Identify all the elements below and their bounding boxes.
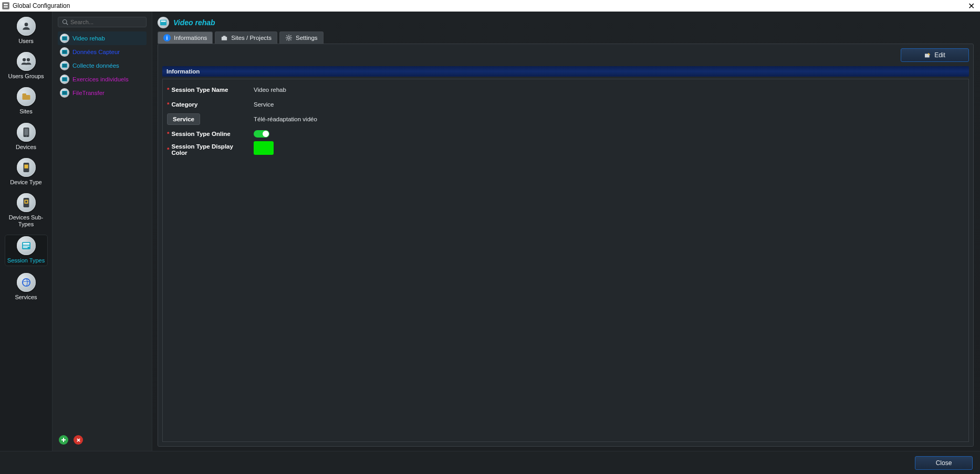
field-category: *Category Service — [167, 97, 964, 112]
page-header: Video rehab — [158, 17, 974, 28]
field-label: Session Type Name — [171, 87, 228, 93]
nav-label: Device Type — [10, 179, 41, 186]
list-item[interactable]: FileTransfer — [58, 86, 147, 100]
svg-point-20 — [22, 278, 29, 286]
info-panel: Edit Information *Session Type Name Vide… — [158, 44, 974, 447]
svg-line-22 — [66, 23, 68, 25]
window-title: Global Configuration — [13, 2, 70, 9]
svg-rect-1 — [4, 4, 8, 5]
svg-point-21 — [62, 20, 67, 24]
search-icon — [61, 18, 68, 26]
tab-label: Informations — [174, 35, 207, 41]
svg-point-27 — [288, 37, 290, 39]
nav-item-device-type[interactable]: Device Type — [5, 158, 47, 186]
svg-rect-2 — [4, 6, 8, 8]
list-item-label: Collecte données — [72, 62, 119, 69]
field-service: Service Télé-réadaptation vidéo — [167, 112, 964, 127]
tab-informations[interactable]: i Informations — [158, 31, 213, 44]
svg-point-5 — [26, 58, 29, 61]
svg-rect-18 — [23, 246, 29, 247]
content-pane: Video rehab i Informations Sites / Proje… — [152, 12, 980, 451]
list-item[interactable]: Collecte données — [58, 59, 147, 72]
tab-sites-projects[interactable]: Sites / Projects — [215, 31, 277, 44]
nav-label: Services — [15, 294, 37, 301]
delete-button[interactable] — [74, 435, 83, 445]
edit-icon — [924, 52, 931, 58]
user-icon — [17, 17, 36, 36]
display-color-swatch[interactable] — [254, 141, 274, 155]
add-button[interactable] — [59, 435, 68, 445]
users-group-icon — [17, 52, 36, 71]
tab-settings[interactable]: Settings — [279, 31, 324, 44]
list-item-label: FileTransfer — [72, 90, 105, 96]
field-session-type-name: *Session Type Name Video rehab — [167, 82, 964, 97]
nav-item-session-types[interactable]: Session Types — [5, 235, 47, 265]
svg-rect-9 — [24, 128, 28, 135]
nav-label: Users Groups — [8, 73, 44, 80]
list-item[interactable]: Video rehab — [58, 31, 147, 45]
tab-label: Settings — [296, 35, 318, 41]
nav-item-devices-sub-types[interactable]: Devices Sub-Types — [5, 193, 47, 228]
close-button[interactable]: Close — [915, 456, 973, 470]
services-icon — [17, 273, 36, 292]
nav-label: Users — [18, 38, 34, 45]
app-icon — [2, 2, 9, 9]
nav-item-users[interactable]: Users — [5, 17, 47, 45]
svg-line-32 — [286, 36, 287, 37]
session-type-icon — [158, 17, 169, 28]
session-type-icon — [60, 34, 69, 43]
edit-button-label: Edit — [934, 51, 945, 59]
svg-rect-15 — [25, 201, 27, 203]
service-chip: Service — [167, 113, 200, 125]
svg-line-34 — [290, 36, 291, 37]
sites-icon — [17, 87, 36, 106]
field-session-type-display-color: *Session Type Display Color — [167, 141, 964, 156]
svg-point-10 — [26, 135, 27, 136]
session-type-list: Video rehab Données Capteur Collecte don… — [58, 31, 147, 432]
nav-item-services[interactable]: Services — [5, 273, 47, 301]
device-type-icon — [17, 158, 36, 177]
svg-rect-12 — [24, 164, 28, 168]
edit-button[interactable]: Edit — [901, 48, 969, 62]
devices-icon — [17, 123, 36, 142]
session-type-icon — [60, 47, 69, 57]
svg-rect-19 — [23, 247, 27, 248]
svg-line-33 — [290, 39, 291, 40]
device-subtype-icon — [17, 193, 36, 212]
nav-label: Devices — [16, 144, 36, 151]
list-item-label: Video rehab — [72, 35, 105, 41]
titlebar: Global Configuration ✕ — [0, 0, 980, 12]
info-icon: i — [163, 34, 171, 41]
info-body: *Session Type Name Video rehab *Category… — [162, 79, 969, 442]
required-marker: * — [167, 131, 169, 137]
session-type-list-panel: Video rehab Données Capteur Collecte don… — [53, 12, 152, 451]
search-input[interactable] — [70, 19, 143, 25]
nav-item-devices[interactable]: Devices — [5, 123, 47, 151]
session-type-icon — [60, 75, 69, 84]
session-type-icon — [60, 61, 69, 70]
list-item[interactable]: Données Capteur — [58, 45, 147, 59]
window-close-x[interactable]: ✕ — [965, 1, 978, 11]
nav-item-sites[interactable]: Sites — [5, 87, 47, 115]
left-nav: Users Users Groups Sites Devices — [0, 12, 53, 451]
nav-item-users-groups[interactable]: Users Groups — [5, 52, 47, 80]
footer: Close — [0, 451, 980, 474]
close-button-label: Close — [936, 459, 952, 467]
list-item[interactable]: Exercices individuels — [58, 72, 147, 86]
list-item-label: Données Capteur — [72, 49, 120, 55]
field-value: Service — [254, 101, 274, 108]
field-label: Session Type Online — [171, 131, 230, 137]
briefcase-icon — [221, 34, 228, 41]
nav-label: Devices Sub-Types — [5, 214, 47, 228]
nav-label: Session Types — [7, 257, 45, 264]
required-marker: * — [167, 87, 169, 93]
svg-rect-25 — [222, 36, 227, 40]
field-session-type-online: *Session Type Online — [167, 127, 964, 141]
section-title: Information — [162, 66, 969, 77]
field-label: Category — [171, 101, 197, 108]
required-marker: * — [167, 101, 169, 108]
gear-icon — [285, 34, 293, 41]
search-box[interactable] — [58, 17, 147, 27]
page-title: Video rehab — [173, 18, 215, 27]
online-toggle[interactable] — [254, 130, 269, 138]
